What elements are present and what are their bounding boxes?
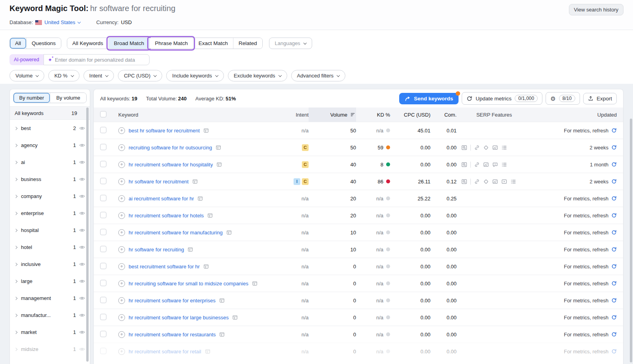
group-item[interactable]: large 1 [10, 273, 90, 290]
column-kd[interactable]: KD % [356, 112, 390, 118]
filter-advanced[interactable]: Advanced filters [291, 70, 346, 81]
sidebar-scrollbar[interactable] [86, 108, 89, 362]
tab-related[interactable]: Related [233, 38, 262, 49]
refresh-icon[interactable] [611, 281, 617, 286]
keyword-link[interactable]: hr software for recruitment [129, 179, 189, 185]
column-com[interactable]: Com. [430, 112, 457, 118]
tab-broad-match[interactable]: Broad Match [108, 38, 150, 49]
eye-icon[interactable] [79, 227, 85, 233]
keyword-link[interactable]: hr recruitment software for large busine… [129, 315, 229, 321]
row-checkbox[interactable] [100, 127, 106, 133]
refresh-icon[interactable] [611, 196, 617, 201]
serp-layout-icon[interactable] [219, 298, 225, 303]
keyword-link[interactable]: ai recruitment software for hr [129, 196, 194, 202]
keyword-link[interactable]: hr recruitment software for restaurants [129, 332, 216, 338]
domain-input[interactable] [55, 57, 145, 63]
group-item[interactable]: midsize 1 [10, 341, 90, 358]
languages-dropdown[interactable]: Languages [269, 38, 312, 49]
row-checkbox[interactable] [100, 229, 106, 235]
refresh-icon[interactable] [611, 264, 617, 269]
group-item[interactable]: hotel 1 [10, 239, 90, 256]
eye-icon[interactable] [79, 312, 85, 318]
refresh-icon[interactable] [611, 179, 617, 184]
refresh-icon[interactable] [611, 213, 617, 218]
row-checkbox[interactable] [100, 212, 106, 218]
by-number-button[interactable]: By number [13, 93, 50, 103]
add-keyword-icon[interactable]: + [118, 229, 125, 236]
eye-icon[interactable] [79, 329, 85, 335]
group-item[interactable]: enterprise 1 [10, 205, 90, 222]
column-cpc[interactable]: CPC (USD) [390, 112, 430, 118]
eye-icon[interactable] [79, 193, 85, 199]
group-item[interactable]: management 1 [10, 290, 90, 307]
column-keyword[interactable]: Keyword [118, 112, 280, 118]
eye-icon[interactable] [79, 244, 85, 250]
filter-cpc[interactable]: CPC (USD) [118, 70, 162, 81]
eye-icon[interactable] [79, 295, 85, 301]
tab-exact-match[interactable]: Exact Match [193, 38, 233, 49]
add-keyword-icon[interactable]: + [118, 331, 125, 338]
keyword-link[interactable]: hr recruitment software for manufacturin… [129, 230, 223, 236]
keyword-link[interactable]: hr recruitment software for hospitality [129, 162, 213, 168]
group-item[interactable]: best 2 [10, 120, 90, 137]
keyword-link[interactable]: hr recruitment software for enterprises [129, 298, 216, 304]
refresh-icon[interactable] [611, 332, 617, 337]
group-item[interactable]: inclusive 1 [10, 256, 90, 273]
refresh-icon[interactable] [611, 128, 617, 133]
serp-layout-icon[interactable] [216, 145, 221, 150]
refresh-icon[interactable] [611, 247, 617, 252]
column-updated[interactable]: Updated [532, 112, 617, 118]
column-volume[interactable]: Volume [309, 108, 356, 122]
add-keyword-icon[interactable]: + [118, 161, 125, 168]
all-keywords-group[interactable]: All keywords 19 [10, 106, 90, 120]
group-item[interactable]: ai 1 [10, 154, 90, 171]
view-search-history-button[interactable]: View search history [569, 4, 624, 15]
row-checkbox[interactable] [100, 178, 106, 184]
group-item[interactable]: business 1 [10, 171, 90, 188]
column-serp-features[interactable]: SERP Features [457, 112, 532, 118]
add-keyword-icon[interactable]: + [118, 144, 125, 151]
serp-layout-icon[interactable] [188, 247, 193, 252]
refresh-icon[interactable] [611, 315, 617, 320]
update-metrics-button[interactable]: Update metrics 0/1,000 [462, 92, 542, 105]
serp-layout-icon[interactable] [216, 162, 222, 167]
add-keyword-icon[interactable]: + [118, 263, 125, 270]
refresh-icon[interactable] [611, 145, 617, 150]
group-item[interactable]: manufactur... 1 [10, 307, 90, 324]
add-keyword-icon[interactable]: + [118, 314, 125, 321]
filter-volume[interactable]: Volume [9, 70, 44, 81]
filter-intent[interactable]: Intent [83, 70, 114, 81]
eye-icon[interactable] [79, 278, 85, 284]
add-keyword-icon[interactable]: + [118, 212, 125, 219]
tab-all[interactable]: All [10, 38, 26, 49]
tab-questions[interactable]: Questions [26, 38, 61, 49]
serp-layout-icon[interactable] [252, 281, 258, 286]
row-checkbox[interactable] [100, 314, 106, 320]
row-checkbox[interactable] [100, 331, 106, 337]
group-item[interactable]: company 1 [10, 188, 90, 205]
eye-icon[interactable] [79, 261, 85, 267]
add-keyword-icon[interactable]: + [118, 280, 125, 287]
export-button[interactable]: Export [583, 93, 617, 104]
row-checkbox[interactable] [100, 161, 106, 167]
serp-layout-icon[interactable] [205, 349, 210, 354]
filter-exclude-keywords[interactable]: Exclude keywords [228, 70, 287, 81]
add-keyword-icon[interactable]: + [118, 195, 125, 202]
eye-icon[interactable] [79, 142, 85, 148]
column-intent[interactable]: Intent [280, 112, 309, 118]
row-checkbox[interactable] [100, 195, 106, 201]
refresh-icon[interactable] [611, 349, 617, 354]
add-keyword-icon[interactable]: + [118, 178, 125, 185]
serp-layout-icon[interactable] [219, 332, 225, 337]
row-checkbox[interactable] [100, 246, 106, 252]
serp-layout-icon[interactable] [197, 196, 203, 201]
send-keywords-button[interactable]: Send keywords [399, 93, 459, 104]
add-keyword-icon[interactable]: + [118, 348, 125, 355]
serp-layout-icon[interactable] [207, 213, 213, 218]
serp-layout-icon[interactable] [226, 230, 232, 235]
select-all-checkbox[interactable] [100, 111, 106, 117]
page-scrollbar[interactable] [630, 119, 632, 362]
keyword-link[interactable]: hr recruiting software for small to mids… [129, 281, 248, 287]
refresh-icon[interactable] [611, 298, 617, 303]
group-item[interactable]: agency 1 [10, 137, 90, 154]
